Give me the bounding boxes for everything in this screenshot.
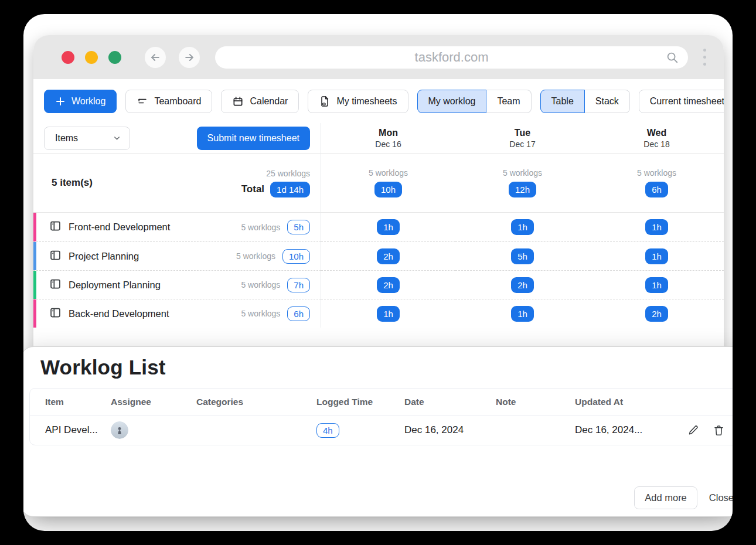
worklog-cell-badge[interactable]: 1h	[645, 248, 668, 264]
worklog-table: Item Assignee Categories Logged Time Dat…	[29, 388, 733, 445]
column-header-logged-time: Logged Time	[316, 397, 404, 407]
minimize-window-button[interactable]	[85, 51, 98, 64]
arrow-left-icon	[149, 52, 161, 63]
worklog-date: Dec 16, 2024	[404, 424, 496, 436]
browser-menu-button[interactable]	[703, 49, 706, 66]
column-header-item: Item	[30, 397, 111, 407]
worklog-cell-badge[interactable]: 5h	[511, 248, 534, 264]
day-total-badge[interactable]: 6h	[645, 182, 668, 197]
total-time-badge[interactable]: 1d 14h	[270, 182, 310, 197]
item-row: Deployment Planning 5 worklogs 7h	[33, 270, 321, 299]
day-summary-wed: 5 worklogs 6h	[590, 154, 724, 213]
category-color-bar	[33, 299, 36, 328]
worklog-cell-badge[interactable]: 2h	[645, 306, 668, 322]
worklog-cell-badge[interactable]: 1h	[377, 219, 400, 235]
close-window-button[interactable]	[62, 51, 74, 64]
arrow-right-icon	[183, 52, 195, 63]
timesheet-grid: Items Submit new timesheet Mon Dec 16 Tu…	[33, 123, 724, 328]
search-icon[interactable]	[666, 51, 679, 67]
board-icon	[49, 278, 62, 292]
assignee-avatar[interactable]	[111, 421, 128, 439]
category-color-bar	[33, 242, 36, 270]
add-worklog-button[interactable]: Worklog	[44, 90, 117, 113]
delete-button[interactable]	[713, 424, 725, 437]
worklog-cell-badge[interactable]: 2h	[377, 277, 400, 293]
worklog-updated-at: Dec 16, 2024...	[575, 424, 684, 436]
day-total-badge[interactable]: 10h	[374, 182, 402, 197]
item-name[interactable]: Deployment Planning	[69, 280, 234, 291]
items-count: 5 item(s)	[52, 177, 93, 189]
day-summary-tue: 5 worklogs 12h	[455, 154, 590, 213]
board-icon	[49, 220, 62, 234]
item-total-badge[interactable]: 5h	[287, 220, 310, 234]
item-row: Project Planning 5 worklogs 10h	[33, 241, 321, 270]
pencil-icon	[687, 424, 700, 437]
day-header-mon: Mon Dec 16	[321, 123, 455, 154]
items-dropdown[interactable]: Items	[44, 127, 130, 150]
worklog-cell-badge[interactable]: 1h	[645, 277, 668, 293]
table-row: API Devel... 4h Dec 16, 2024 Dec 16, 202…	[30, 415, 733, 445]
tab-team[interactable]: Team	[486, 90, 531, 113]
item-worklogs: 5 worklogs	[236, 251, 275, 261]
category-color-bar	[33, 271, 36, 299]
column-header-date: Date	[404, 397, 496, 407]
timesheet-select[interactable]: Current timesheet	[639, 90, 724, 113]
screenshot-canvas: taskford.com Worklog Teamboard	[23, 14, 733, 531]
day-total-badge[interactable]: 12h	[509, 182, 536, 197]
item-row: Front-end Development 5 worklogs 5h	[33, 213, 321, 241]
column-header-note: Note	[496, 397, 575, 407]
column-header-assignee: Assignee	[111, 397, 196, 407]
calendar-icon	[232, 96, 244, 107]
browser-chrome: taskford.com	[33, 35, 724, 79]
submit-new-timesheet-button[interactable]: Submit new timesheet	[197, 127, 310, 150]
add-more-button[interactable]: Add more	[634, 486, 697, 509]
summary-row: 5 item(s) 25 worklogs Total 1d 14h	[33, 154, 321, 213]
category-color-bar	[33, 213, 36, 241]
worklog-cell-badge[interactable]: 1h	[511, 219, 534, 235]
item-name[interactable]: Project Planning	[69, 251, 229, 262]
forward-button[interactable]	[179, 47, 200, 68]
maximize-window-button[interactable]	[108, 51, 121, 64]
item-worklogs: 5 worklogs	[241, 223, 280, 232]
tab-table[interactable]: Table	[540, 90, 585, 113]
worklog-cell-badge[interactable]: 2h	[377, 248, 400, 264]
worklog-list-modal: ✕ Worklog List Item Assignee Categories …	[23, 346, 733, 517]
worklog-cell-badge[interactable]: 2h	[511, 277, 534, 293]
edit-button[interactable]	[687, 424, 700, 437]
column-header-updated-at: Updated At	[575, 397, 684, 407]
window-controls	[62, 51, 121, 64]
chevron-down-icon	[113, 134, 121, 142]
view-toggle: My worklog Team	[417, 90, 532, 113]
modal-title: Worklog List	[40, 356, 733, 379]
back-button[interactable]	[145, 47, 166, 68]
tab-my-worklog[interactable]: My worklog	[417, 90, 487, 113]
total-worklogs-count: 25 worklogs	[266, 169, 310, 178]
item-total-badge[interactable]: 7h	[287, 278, 310, 292]
teamboard-icon	[137, 96, 148, 107]
item-name[interactable]: Front-end Development	[69, 222, 234, 233]
board-icon	[49, 306, 62, 321]
modal-close-button[interactable]: Close	[709, 492, 733, 503]
logged-time-badge[interactable]: 4h	[316, 423, 339, 438]
worklog-cell-badge[interactable]: 1h	[511, 306, 534, 322]
layout-toggle: Table Stack	[540, 90, 630, 113]
column-header-categories: Categories	[196, 397, 316, 407]
worklog-item-name[interactable]: API Devel...	[30, 424, 111, 436]
day-header-wed: Wed Dec 18	[590, 123, 724, 154]
calendar-button[interactable]: Calendar	[221, 90, 299, 113]
plus-icon	[55, 96, 66, 107]
item-row: Back-end Development 5 worklogs 6h	[33, 299, 321, 328]
tab-stack[interactable]: Stack	[585, 90, 630, 113]
worklog-cell-badge[interactable]: 1h	[377, 306, 400, 322]
total-label: Total	[241, 183, 264, 195]
item-total-badge[interactable]: 6h	[287, 306, 310, 321]
worklog-cell-badge[interactable]: 1h	[645, 219, 668, 235]
address-bar[interactable]: taskford.com	[215, 46, 688, 69]
worklog-table-header: Item Assignee Categories Logged Time Dat…	[30, 389, 733, 415]
trash-icon	[713, 424, 725, 437]
item-total-badge[interactable]: 10h	[282, 249, 310, 264]
my-timesheets-button[interactable]: My timesheets	[308, 90, 408, 113]
teamboard-button[interactable]: Teamboard	[125, 90, 212, 113]
item-name[interactable]: Back-end Development	[69, 308, 234, 319]
timesheet-document-icon	[319, 96, 331, 107]
